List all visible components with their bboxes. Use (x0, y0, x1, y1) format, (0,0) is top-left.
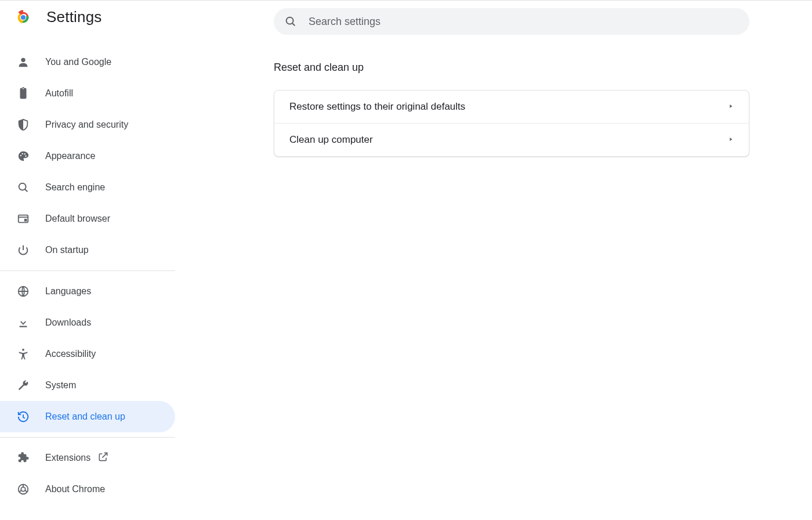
svg-line-21 (19, 490, 21, 492)
sidebar-item-privacy[interactable]: Privacy and security (0, 109, 175, 140)
search-bar[interactable] (274, 8, 749, 35)
search-icon (16, 180, 30, 194)
section-title: Reset and clean up (274, 62, 749, 74)
browser-icon (16, 212, 30, 226)
clipboard-icon (16, 86, 30, 100)
settings-card: Restore settings to their original defau… (274, 90, 749, 157)
sidebar-item-autofill[interactable]: Autofill (0, 78, 175, 109)
row-clean-up-computer[interactable]: Clean up computer (274, 123, 749, 156)
sidebar-item-reset[interactable]: Reset and clean up (0, 401, 175, 432)
person-icon (16, 55, 30, 69)
sidebar-item-languages[interactable]: Languages (0, 276, 175, 307)
sidebar-item-label: Privacy and security (45, 120, 128, 130)
restore-icon (16, 410, 30, 424)
sidebar-item-label: Search engine (45, 182, 105, 193)
download-icon (16, 316, 30, 330)
svg-rect-14 (24, 219, 27, 222)
sidebar-item-on-startup[interactable]: On startup (0, 234, 175, 266)
window-top-border (0, 0, 812, 1)
sidebar-item-default-browser[interactable]: Default browser (0, 203, 175, 234)
chevron-right-icon (728, 103, 734, 111)
sidebar-item-about[interactable]: About Chrome (0, 474, 175, 505)
sidebar-item-label: Autofill (45, 88, 73, 99)
globe-icon (16, 284, 30, 298)
svg-point-9 (25, 156, 26, 157)
open-in-new-icon (97, 451, 109, 465)
svg-point-6 (20, 155, 21, 156)
sidebar-item-label: System (45, 380, 76, 391)
svg-point-10 (19, 183, 26, 190)
svg-point-7 (21, 153, 23, 154)
sidebar-item-search-engine[interactable]: Search engine (0, 172, 175, 203)
svg-rect-16 (20, 326, 27, 327)
chrome-outline-icon (16, 482, 30, 496)
power-icon (16, 243, 30, 257)
svg-line-11 (25, 189, 27, 192)
search-input[interactable] (309, 16, 739, 28)
divider (0, 270, 175, 271)
extension-icon (16, 451, 30, 465)
sidebar-item-label: Downloads (45, 317, 91, 328)
svg-point-3 (287, 17, 293, 24)
sidebar-item-label: Default browser (45, 214, 110, 224)
sidebar-item-appearance[interactable]: Appearance (0, 140, 175, 172)
row-restore-defaults[interactable]: Restore settings to their original defau… (274, 91, 749, 123)
palette-icon (16, 149, 30, 163)
chrome-logo-icon (15, 9, 31, 26)
sidebar-item-label: Appearance (45, 151, 95, 161)
row-label: Clean up computer (289, 134, 373, 146)
sidebar-item-label: Languages (45, 286, 91, 297)
svg-line-4 (292, 23, 295, 26)
main-content: Reset and clean up Restore settings to t… (274, 58, 749, 157)
sidebar-item-label: Accessibility (45, 349, 96, 359)
search-icon (284, 15, 297, 28)
row-label: Restore settings to their original defau… (289, 101, 465, 113)
wrench-icon (16, 378, 30, 392)
sidebar-item-label: Extensions (45, 453, 90, 463)
sidebar-item-accessibility[interactable]: Accessibility (0, 338, 175, 370)
shield-icon (16, 118, 30, 132)
accessibility-icon (16, 347, 30, 361)
sidebar-item-extensions[interactable]: Extensions (0, 442, 175, 474)
svg-line-22 (25, 490, 27, 492)
sidebar-item-you-and-google[interactable]: You and Google (0, 46, 175, 78)
sidebar-item-system[interactable]: System (0, 370, 175, 401)
sidebar: You and Google Autofill Privacy and secu… (0, 46, 175, 505)
sidebar-item-label: On startup (45, 245, 89, 255)
sidebar-item-downloads[interactable]: Downloads (0, 307, 175, 338)
svg-point-8 (24, 153, 26, 154)
divider (0, 437, 175, 438)
sidebar-item-label: Reset and clean up (45, 411, 125, 422)
page-title: Settings (46, 8, 102, 26)
svg-point-5 (21, 58, 25, 62)
sidebar-item-label: You and Google (45, 57, 111, 67)
svg-point-17 (22, 349, 24, 351)
header: Settings (0, 8, 102, 26)
chevron-right-icon (728, 136, 734, 144)
sidebar-item-label: About Chrome (45, 484, 105, 494)
